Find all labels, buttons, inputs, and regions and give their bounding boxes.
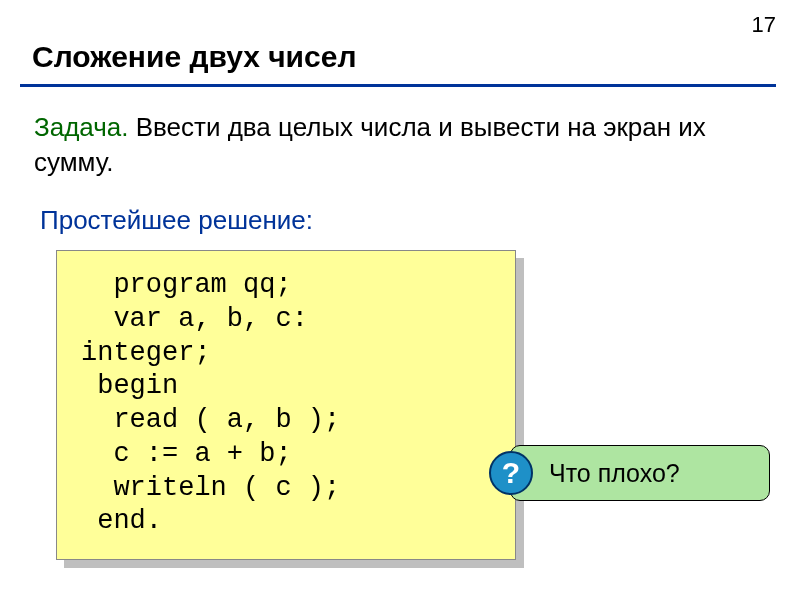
title-underline <box>20 84 776 87</box>
callout-text: Что плохо? <box>549 459 680 488</box>
solution-subheading: Простейшее решение: <box>40 205 313 236</box>
code-content: program qq; var a, b, c: integer; begin … <box>56 250 516 560</box>
callout-icon-wrap: ? <box>489 451 533 495</box>
code-block: program qq; var a, b, c: integer; begin … <box>56 250 516 560</box>
question-mark: ? <box>502 456 520 490</box>
task-label: Задача. <box>34 112 128 142</box>
question-icon: ? <box>489 451 533 495</box>
callout-box: ? Что плохо? <box>510 445 770 501</box>
page-number: 17 <box>752 12 776 38</box>
slide-title: Сложение двух чисел <box>32 40 357 74</box>
task-text: Ввести два целых числа и вывести на экра… <box>34 112 706 177</box>
task-block: Задача. Ввести два целых числа и вывести… <box>34 110 774 180</box>
